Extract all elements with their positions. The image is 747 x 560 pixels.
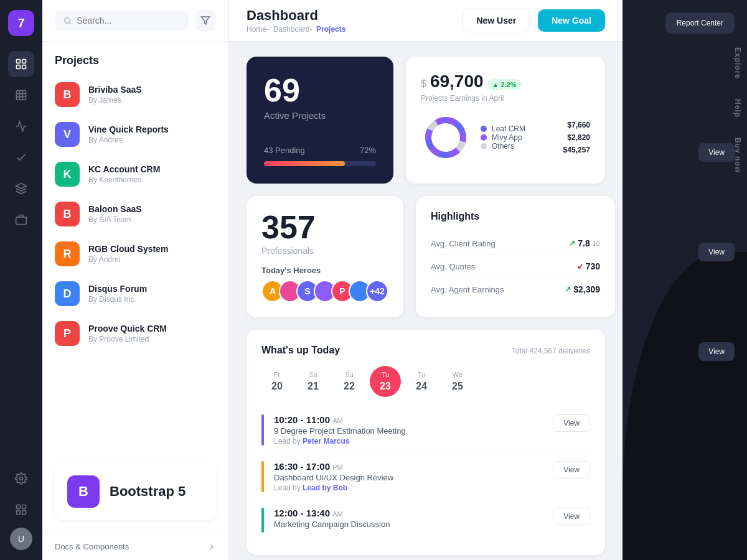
row-2: 357 Professionals Today's Heroes ASP+42 … xyxy=(247,196,605,317)
calendar-day[interactable]: Sa21 xyxy=(298,366,329,397)
event-lead-link[interactable]: Peter Marcus xyxy=(303,437,349,446)
project-item[interactable]: K KC Account CRM By Keenthemes xyxy=(42,154,228,194)
sidebar-item-layers[interactable] xyxy=(8,175,34,202)
project-info: Proove Quick CRM By Proove Limited xyxy=(88,324,167,343)
highlights-card: Highlights Avg. Client Rating ↗ 7.8 10 A… xyxy=(416,196,615,317)
breadcrumb: Dashboard Home- Dashboard- Projects xyxy=(247,7,345,34)
legend-dot xyxy=(481,134,487,141)
calendar-day[interactable]: We25 xyxy=(442,366,473,397)
active-projects-label: Active Projects xyxy=(264,110,376,121)
sidebar-item-briefcase[interactable] xyxy=(8,207,34,233)
new-goal-button[interactable]: New Goal xyxy=(538,9,605,32)
project-name: Baloon SaaS xyxy=(88,204,142,214)
event-name: Marketing Campaign Discussion xyxy=(274,520,390,529)
legend-item: Mivy App xyxy=(481,133,525,142)
project-name: Disqus Forum xyxy=(88,284,147,294)
page-title: Dashboard xyxy=(247,7,345,24)
breadcrumb-highlight: Projects xyxy=(316,25,345,34)
trend-up-icon: ↗ xyxy=(565,285,571,294)
event-bar xyxy=(261,461,264,492)
event-lead-link[interactable]: Lead by Bob xyxy=(303,483,347,492)
docs-link[interactable]: Docs & Components xyxy=(42,533,228,560)
user-avatar[interactable]: U xyxy=(10,528,32,550)
projects-sidebar: Projects B Briviba SaaS By James V Vine … xyxy=(42,0,229,560)
project-item[interactable]: P Proove Quick CRM By Proove Limited xyxy=(42,314,228,353)
explore-tab[interactable]: Explore xyxy=(728,37,747,89)
calendar-sub: Total 424,567 deliveries xyxy=(512,347,590,355)
earnings-subtitle: Projects Earnings in April xyxy=(421,94,590,103)
project-info: Briviba SaaS By James xyxy=(88,85,142,105)
progress-pct: 72% xyxy=(360,146,376,155)
event-time: 12:00 - 13:40 AM xyxy=(274,508,390,518)
sidebar-search-header xyxy=(42,0,228,42)
search-box[interactable] xyxy=(55,11,189,30)
view-button-3[interactable]: View xyxy=(698,342,735,361)
help-tab[interactable]: Help xyxy=(728,89,747,128)
user-number-badge[interactable]: 7 xyxy=(8,10,34,36)
events-list: 10:20 - 11:00 AM 9 Degree Project Estima… xyxy=(261,407,590,540)
day-date: 20 xyxy=(271,381,283,392)
event-lead: Lead by Lead by Bob xyxy=(274,483,393,492)
project-by: By SIA Team xyxy=(88,215,142,224)
legend-dot xyxy=(481,143,487,149)
sidebar-item-settings[interactable] xyxy=(8,465,34,492)
project-item[interactable]: B Baloon SaaS By SIA Team xyxy=(42,194,228,234)
project-info: Disqus Forum By Disqus Inc. xyxy=(88,284,147,304)
svg-rect-2 xyxy=(17,65,21,69)
sidebar-item-grid[interactable] xyxy=(8,82,34,108)
view-button-1[interactable]: View xyxy=(698,143,735,162)
professionals-card: 357 Professionals Today's Heroes ASP+42 xyxy=(247,196,403,317)
progress-bar-bg xyxy=(264,161,376,166)
event-view-button[interactable]: View xyxy=(553,508,590,525)
calendar-title: What's up Today xyxy=(261,345,340,356)
report-center-button[interactable]: Report Center xyxy=(665,12,735,34)
search-icon xyxy=(63,16,72,26)
project-name: RGB Cloud System xyxy=(88,244,168,254)
calendar-day[interactable]: Su22 xyxy=(334,366,365,397)
event-view: View xyxy=(553,461,590,478)
event-view-button[interactable]: View xyxy=(553,461,590,478)
project-item[interactable]: R RGB Cloud System By Andrei xyxy=(42,234,228,274)
event-time: 10:20 - 11:00 AM xyxy=(274,414,406,425)
event-ampm: AM xyxy=(332,510,343,518)
highlights-title: Highlights xyxy=(431,211,600,222)
chevron-right-icon xyxy=(207,543,216,551)
day-of-week: Su xyxy=(345,371,353,378)
legend-value: $2,820 xyxy=(563,133,590,142)
project-by: By Keenthemes xyxy=(88,175,160,184)
highlight-sub: 10 xyxy=(593,240,600,247)
pending-label: 43 Pending xyxy=(264,146,305,155)
trend-down-icon: ↙ xyxy=(577,262,583,271)
legend-value: $45,257 xyxy=(563,146,590,154)
sidebar-item-dashboard[interactable] xyxy=(8,51,34,77)
project-logo: P xyxy=(55,321,80,346)
day-of-week: Sa xyxy=(309,371,317,378)
view-button-2[interactable]: View xyxy=(698,243,735,261)
project-info: KC Account CRM By Keenthemes xyxy=(88,164,160,184)
project-item[interactable]: D Disqus Forum By Disqus Inc. xyxy=(42,274,228,314)
project-item[interactable]: B Briviba SaaS By James xyxy=(42,75,228,114)
svg-rect-14 xyxy=(17,511,21,515)
bootstrap-card: B Bootstrap 5 xyxy=(55,463,216,520)
calendar-header: What's up Today Total 424,567 deliveries xyxy=(261,345,590,356)
filter-button[interactable] xyxy=(195,10,216,31)
calendar-day[interactable]: Tu24 xyxy=(406,366,437,397)
icon-sidebar: 7 U xyxy=(0,0,42,560)
project-name: Vine Quick Reports xyxy=(88,124,169,134)
sidebar-item-chart[interactable] xyxy=(8,113,34,139)
right-panel: Explore Help Buy now Report Center View … xyxy=(622,0,747,560)
sidebar-item-apps[interactable] xyxy=(8,497,34,523)
day-of-week: We xyxy=(453,371,463,378)
search-input[interactable] xyxy=(77,16,180,26)
project-logo: R xyxy=(55,241,80,266)
event-view-button[interactable]: View xyxy=(553,414,590,432)
project-item[interactable]: V Vine Quick Reports By Andres xyxy=(42,114,228,154)
dark-overlay xyxy=(622,252,747,560)
calendar-day[interactable]: Fr20 xyxy=(261,366,293,397)
new-user-button[interactable]: New User xyxy=(462,9,530,32)
svg-rect-1 xyxy=(22,60,26,63)
sidebar-item-check[interactable] xyxy=(8,144,34,170)
legend-name: Others xyxy=(492,142,514,151)
highlight-value: ↙ 730 xyxy=(577,261,600,271)
calendar-day[interactable]: Tu23 xyxy=(370,366,401,397)
